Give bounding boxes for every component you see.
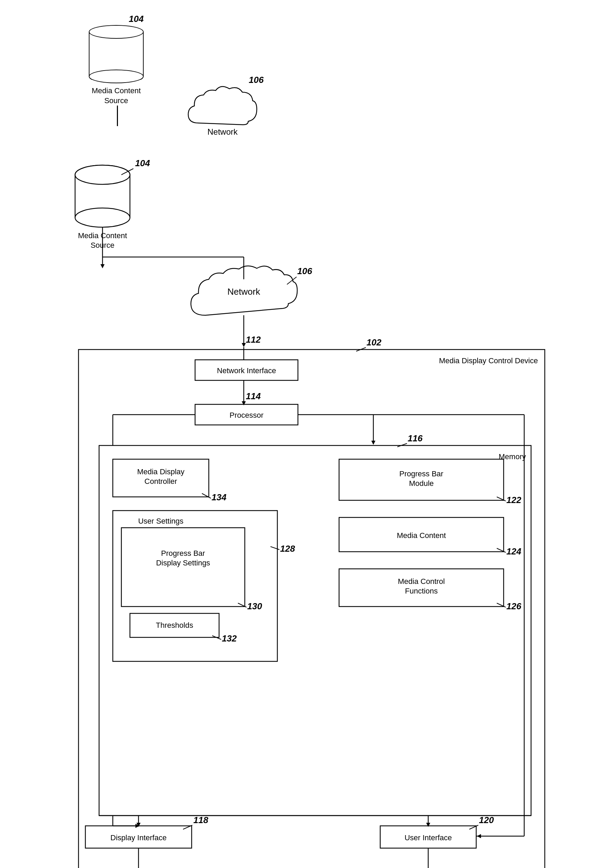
svg-marker-24 [242, 401, 246, 405]
svg-marker-71 [136, 823, 141, 827]
svg-line-42 [238, 603, 247, 607]
pbm-text1: Progress Bar [400, 469, 443, 478]
svg-rect-1 [75, 175, 130, 219]
svg-rect-34 [113, 459, 209, 497]
media-source-text: Media Content [78, 231, 127, 240]
svg-text:134: 134 [212, 492, 226, 502]
svg-line-62 [469, 825, 478, 829]
svg-rect-22 [195, 404, 298, 425]
mcf-text2: Functions [405, 587, 438, 595]
pbds-text2: Display Settings [156, 559, 210, 567]
svg-line-39 [271, 546, 280, 550]
svg-marker-66 [477, 834, 481, 838]
memory-label: Memory [499, 452, 526, 461]
svg-rect-52 [339, 569, 504, 607]
diagram-svg: 104 Media Content Source 106 Network 112 [31, 137, 558, 868]
svg-rect-60 [380, 826, 476, 848]
svg-rect-40 [121, 528, 245, 607]
mcf-text1: Media Control [398, 577, 445, 586]
svg-point-0 [75, 165, 130, 185]
svg-line-7 [121, 168, 133, 175]
svg-line-19 [356, 347, 366, 351]
svg-text:132: 132 [222, 633, 237, 644]
svg-rect-43 [130, 613, 219, 638]
network-label: Network [207, 127, 238, 137]
svg-marker-15 [242, 343, 246, 347]
svg-marker-70 [426, 823, 430, 827]
svg-marker-9 [101, 264, 105, 268]
svg-line-51 [497, 548, 506, 552]
media-content-source-icon [89, 25, 144, 83]
pbm-text2: Module [409, 479, 434, 488]
svg-line-11 [287, 277, 297, 285]
media-source-ref: 104 [129, 14, 144, 24]
full-diagram: 104 Media Content Source 106 Network 112 [31, 137, 558, 868]
svg-marker-30 [371, 441, 375, 445]
svg-line-33 [397, 443, 407, 447]
svg-rect-55 [85, 826, 192, 848]
svg-text:120: 120 [479, 815, 494, 825]
svg-text:112: 112 [246, 334, 261, 345]
svg-line-57 [183, 825, 192, 829]
svg-text:130: 130 [247, 601, 262, 611]
svg-rect-37 [113, 511, 277, 661]
svg-text:128: 128 [280, 543, 295, 554]
svg-text:124: 124 [506, 546, 521, 557]
svg-rect-46 [339, 459, 504, 500]
svg-point-4 [75, 208, 130, 227]
media-source-text2: Source [90, 241, 114, 249]
mdc-text2: Controller [144, 477, 177, 486]
svg-text:104: 104 [135, 158, 150, 168]
processor-text: Processor [229, 411, 263, 419]
device-label: Media Display Control Device [439, 356, 538, 365]
svg-text:114: 114 [246, 391, 261, 401]
svg-text:106: 106 [297, 266, 312, 276]
svg-point-5 [75, 165, 130, 185]
network-text: Network [227, 286, 260, 297]
mdc-text1: Media Display [137, 467, 185, 476]
svg-line-45 [212, 636, 221, 639]
thresholds-text: Thresholds [156, 621, 193, 629]
svg-line-48 [497, 497, 506, 501]
user-settings-text: User Settings [138, 517, 184, 526]
svg-rect-31 [99, 446, 531, 816]
svg-marker-59 [135, 824, 139, 828]
svg-line-54 [497, 603, 506, 607]
svg-text:118: 118 [193, 815, 209, 825]
pbds-text1: Progress Bar [161, 549, 205, 558]
svg-text:102: 102 [367, 337, 382, 347]
svg-text:126: 126 [506, 601, 521, 611]
svg-rect-49 [339, 517, 504, 552]
svg-rect-20 [195, 360, 298, 380]
svg-rect-17 [78, 350, 545, 868]
di-text: Display Interface [110, 833, 167, 842]
ui-text: User Interface [404, 833, 452, 842]
mc-text: Media Content [397, 531, 446, 540]
svg-text:116: 116 [408, 433, 423, 443]
svg-text:122: 122 [506, 495, 521, 505]
network-ref: 106 [249, 75, 263, 85]
net-if-text: Network Interface [217, 366, 276, 375]
diagram-container: 104 Media Content Source 106 N [55, 14, 534, 137]
media-content-source-label: Media Content Source [92, 86, 141, 106]
svg-line-36 [202, 493, 211, 498]
